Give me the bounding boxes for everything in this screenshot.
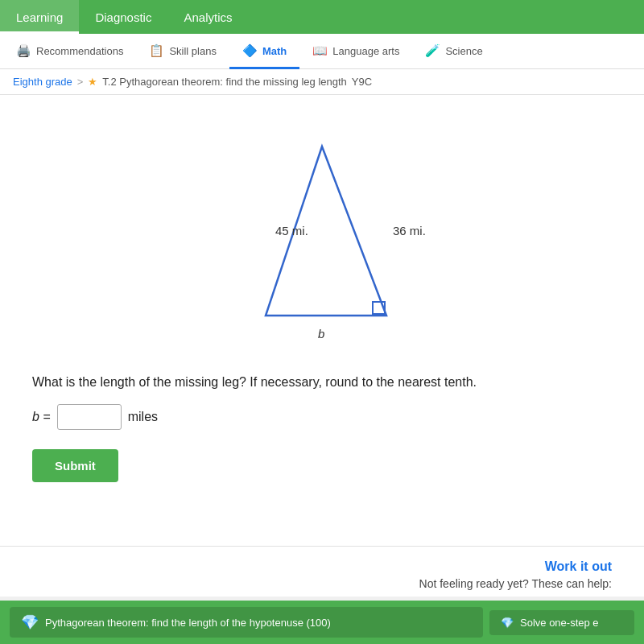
bottom-link-1[interactable]: 💎 Pythagorean theorem: find the length o… <box>10 607 483 638</box>
answer-input[interactable] <box>57 404 122 430</box>
bottom-link-2-label: Solve one-step e <box>520 617 599 629</box>
nav-diagnostic-label: Diagnostic <box>95 10 151 24</box>
svg-text:b: b <box>318 327 324 341</box>
question-text: What is the length of the missing leg? I… <box>32 375 612 390</box>
tab-recommendations[interactable]: 🖨️ Recommendations <box>3 35 136 69</box>
tab-language-arts[interactable]: 📖 Language arts <box>299 35 412 69</box>
diamond-icon-2: 💎 <box>501 617 514 629</box>
answer-row: b = miles <box>32 404 612 430</box>
submit-button[interactable]: Submit <box>32 449 118 482</box>
work-it-out-section: Work it out Not feeling ready yet? These… <box>0 546 644 597</box>
tab-language-arts-label: Language arts <box>332 45 399 57</box>
top-nav: Learning Diagnostic Analytics <box>0 0 644 34</box>
tab-science[interactable]: 🧪 Science <box>412 35 495 69</box>
tab-skill-plans[interactable]: 📋 Skill plans <box>136 35 229 69</box>
tab-science-label: Science <box>445 45 482 57</box>
nav-analytics[interactable]: Analytics <box>167 0 248 34</box>
tab-math-label: Math <box>262 45 287 57</box>
svg-text:45 mi.: 45 mi. <box>275 224 308 237</box>
nav-learning-label: Learning <box>16 10 63 24</box>
breadcrumb-star-icon: ★ <box>88 76 97 88</box>
breadcrumb-skill: T.2 Pythagorean theorem: find the missin… <box>102 76 347 88</box>
recommendations-icon: 🖨️ <box>16 43 31 58</box>
answer-unit: miles <box>128 410 158 424</box>
bottom-bar: 💎 Pythagorean theorem: find the length o… <box>0 601 644 644</box>
tab-math[interactable]: 🔷 Math <box>229 35 299 69</box>
breadcrumb-separator: > <box>77 76 84 88</box>
breadcrumb-grade[interactable]: Eighth grade <box>13 76 72 88</box>
triangle-svg: 45 mi. 36 mi. b <box>217 130 427 356</box>
diamond-icon-1: 💎 <box>21 613 39 631</box>
tab-skill-plans-label: Skill plans <box>169 45 217 57</box>
skill-plans-icon: 📋 <box>149 43 164 58</box>
language-arts-icon: 📖 <box>312 43 328 58</box>
science-icon: 🧪 <box>425 43 440 58</box>
tab-recommendations-label: Recommendations <box>36 45 123 57</box>
nav-analytics-label: Analytics <box>184 10 232 24</box>
nav-diagnostic[interactable]: Diagnostic <box>79 0 167 34</box>
bottom-link-1-label: Pythagorean theorem: find the length of … <box>45 617 331 629</box>
answer-label: b = <box>32 410 51 424</box>
svg-text:36 mi.: 36 mi. <box>393 224 426 237</box>
main-content: 45 mi. 36 mi. b What is the length of th… <box>0 95 644 546</box>
sub-nav: 🖨️ Recommendations 📋 Skill plans 🔷 Math … <box>0 34 644 69</box>
breadcrumb: Eighth grade > ★ T.2 Pythagorean theorem… <box>0 69 644 95</box>
nav-learning[interactable]: Learning <box>0 0 79 34</box>
work-it-out-title: Work it out <box>32 559 612 574</box>
math-icon: 🔷 <box>242 43 258 58</box>
triangle-diagram: 45 mi. 36 mi. b <box>32 130 612 356</box>
work-it-out-text: Not feeling ready yet? These can help: <box>32 577 612 590</box>
bottom-link-2[interactable]: 💎 Solve one-step e <box>489 610 634 635</box>
breadcrumb-code: Y9C <box>352 76 372 88</box>
